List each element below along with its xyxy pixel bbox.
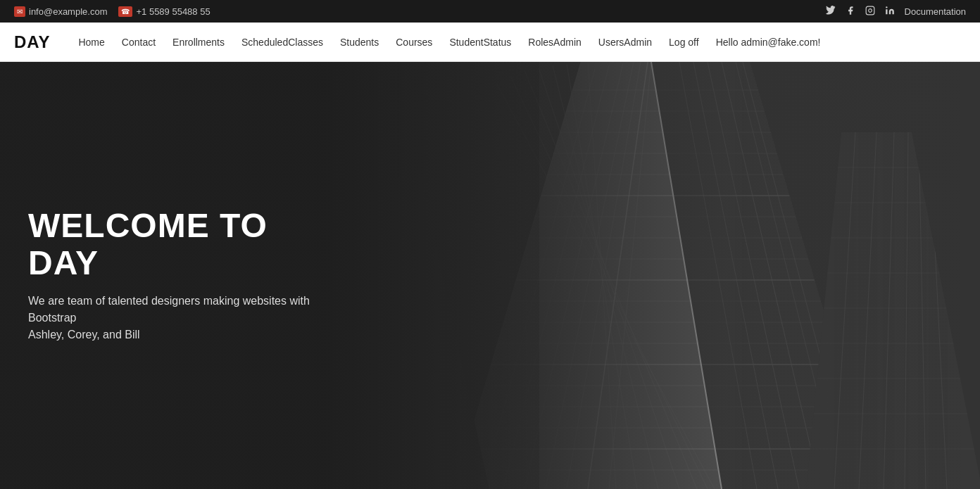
email-icon: ✉ [14,6,25,17]
email-text: info@example.com [29,6,107,17]
nav-scheduled-classes[interactable]: ScheduledClasses [234,32,330,52]
top-bar-left: ✉ info@example.com ☎ +1 5589 55488 55 [14,6,211,17]
hero-content: WELCOME TO DAY We are team of talented d… [0,208,352,344]
nav-student-status[interactable]: StudentStatus [442,32,518,52]
documentation-link[interactable]: Documentation [905,6,966,17]
nav-home[interactable]: Home [71,32,111,52]
nav-log-off[interactable]: Log off [662,32,706,52]
svg-rect-0 [866,6,874,15]
facebook-icon[interactable] [846,6,855,18]
hero-subtitle-line2: Ashley, Corey, and Bill [28,329,140,341]
phone-contact: ☎ +1 5589 55488 55 [118,6,210,17]
nav-user-greeting: Hello admin@fake.com! [709,32,828,52]
hero-title: WELCOME TO DAY [28,208,324,282]
nav-users-admin[interactable]: UsersAdmin [591,32,659,52]
nav-links: Home Contact Enrollments ScheduledClasse… [71,32,966,52]
hero-subtitle: We are team of talented designers making… [28,293,324,343]
nav-enrollments[interactable]: Enrollments [165,32,232,52]
nav-students[interactable]: Students [333,32,386,52]
instagram-icon[interactable] [865,6,875,18]
svg-point-2 [886,6,887,8]
top-bar-right: Documentation [826,6,966,18]
twitter-icon[interactable] [826,6,836,18]
top-bar: ✉ info@example.com ☎ +1 5589 55488 55 Do… [0,0,980,23]
nav-courses[interactable]: Courses [389,32,439,52]
hero-subtitle-line1: We are team of talented designers making… [28,295,310,324]
phone-icon: ☎ [118,6,132,17]
nav-contact[interactable]: Contact [115,32,163,52]
linkedin-icon[interactable] [885,6,895,18]
navbar: DAY Home Contact Enrollments ScheduledCl… [0,23,980,62]
email-contact: ✉ info@example.com [14,6,107,17]
nav-brand[interactable]: DAY [14,32,50,52]
nav-roles-admin[interactable]: RolesAdmin [521,32,588,52]
hero-section: WELCOME TO DAY We are team of talented d… [0,62,980,489]
phone-text: +1 5589 55488 55 [136,6,210,17]
